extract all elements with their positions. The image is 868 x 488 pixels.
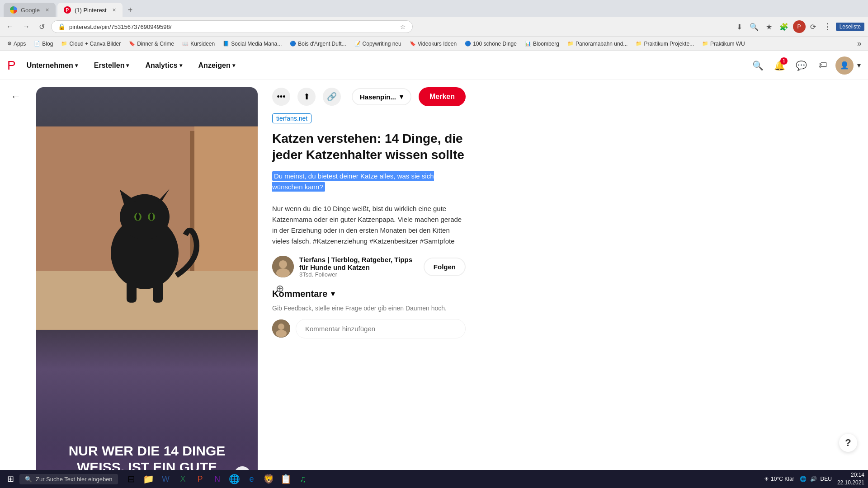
chevron-down-icon: ▾ [179,62,182,69]
url-text: pinterest.de/pin/753156737690949598/ [69,23,396,30]
bookmark-100dinge[interactable]: 🔵 100 schöne Dinge [461,39,520,48]
taskbar-app-spotify[interactable]: ♫ [295,471,311,487]
share-button[interactable]: ⬆ [297,88,316,106]
browser-actions: ⬇ 🔍 ★ 🧩 P ⟳ ⋮ Leseliste [734,20,864,33]
back-navigation-button[interactable]: ← [11,91,21,103]
zoom-icon[interactable]: 🔍 [747,21,761,33]
search-button[interactable]: 🔍 [749,56,767,75]
cat-image [36,87,258,369]
bookmark-praktikumwu[interactable]: 📁 Praktikum WU [698,39,749,48]
reading-list-icon[interactable]: Leseliste [836,23,864,31]
nav-unternehmen[interactable]: Unternehmen ▾ [19,58,85,73]
taskbar-app-powerpoint[interactable]: P [192,471,208,487]
notifications-button[interactable]: 🔔 1 [770,56,788,75]
bookmark-praktikum[interactable]: 📁 Praktikum Projekte... [632,39,698,48]
taskbar-app-brave[interactable]: 🦁 [261,471,277,487]
profile-icon[interactable]: P [793,20,806,33]
apps-bookmark-icon: ⚙ [7,41,12,47]
svg-rect-9 [153,280,163,303]
bookmark-panorama[interactable]: 📁 Panoramabahn und... [564,39,631,48]
google-favicon-icon [10,6,17,14]
lock-icon: 🔒 [58,23,66,30]
bookmark-blog-label: Blog [42,41,53,47]
extensions-icon[interactable]: 🧩 [777,21,791,33]
pinterest-logo-icon[interactable]: P [7,58,16,73]
tab-google-label: Google [21,7,40,14]
start-button[interactable]: ⊞ [4,472,18,486]
sync-icon[interactable]: ⟳ [807,21,819,33]
tab-pinterest-close[interactable]: ✕ [112,7,116,13]
weather-text: 10°C Klar [771,476,794,482]
taskbar-app-clipboard[interactable]: 📋 [278,471,294,487]
blog-bookmark-icon: 📄 [34,41,40,47]
bookmark-dinner[interactable]: 🔖 Dinner & Crime [125,39,178,48]
reload-button[interactable]: ↺ [36,21,47,33]
nav-anzeigen[interactable]: Anzeigen ▾ [191,58,242,73]
bookmark-dinner-label: Dinner & Crime [137,41,174,47]
taskbar-app-edge[interactable]: e [244,471,260,487]
board-selector[interactable]: Hasenpin... ▾ [352,88,411,105]
commenter-avatar [272,319,290,338]
bookmark-bloomberg[interactable]: 📊 Bloomberg [521,39,563,48]
bookmark-social-label: Social Media Mana... [231,41,282,47]
download-icon[interactable]: ⬇ [734,21,745,33]
more-options-button[interactable]: ▾ [857,61,861,70]
author-name: Tierfans | Tierblog, Ratgeber, Tipps für… [299,256,418,271]
bookmark-100dinge-label: 100 schöne Dinge [473,41,517,47]
taskbar-search[interactable]: 🔍 Zur Suche Text hier eingeben [19,474,118,484]
pinterest-navbar: P Unternehmen ▾ Erstellen ▾ Analytics ▾ … [0,51,868,80]
updates-button[interactable]: 🏷 [814,56,832,75]
taskbar: ⊞ 🔍 Zur Suche Text hier eingeben ⊟ 📁 W X… [0,470,868,488]
bookmark-apps[interactable]: ⚙ Apps [4,39,29,48]
bookmark-copywriting[interactable]: 📝 Copywriting neu [351,39,405,48]
bookmark-icon[interactable]: ★ [763,21,775,33]
forward-button[interactable]: → [20,21,33,33]
settings-icon[interactable]: ⋮ [821,20,834,33]
taskbar-app-explorer[interactable]: 📁 [141,471,157,487]
taskbar-app-excel[interactable]: X [175,471,191,487]
messages-button[interactable]: 💬 [792,56,810,75]
taskbar-app-onenote[interactable]: N [209,471,226,487]
taskbar-time-text: 20:14 [837,471,864,479]
url-bar[interactable]: 🔒 pinterest.de/pin/753156737690949598/ ☆ [51,20,413,33]
tab-google[interactable]: Google ✕ [4,3,56,17]
bookmark-bois[interactable]: 🔵 Bois d'Argent Duft... [286,39,349,48]
more-actions-button[interactable]: ••• [272,88,290,106]
volume-icon[interactable]: 🔊 [810,476,817,482]
back-button[interactable]: ← [4,21,16,33]
help-button[interactable]: ? [839,434,857,452]
taskbar-search-icon: 🔍 [25,476,32,483]
taskbar-app-word[interactable]: W [158,471,174,487]
network-icon[interactable]: 🌐 [800,476,807,482]
bookmarks-more-button[interactable]: » [854,38,864,49]
bookmark-panorama-label: Panoramabahn und... [576,41,627,47]
source-link[interactable]: tierfans.net [272,113,311,123]
comment-input[interactable] [296,319,466,338]
bookmark-blog[interactable]: 📄 Blog [30,39,57,48]
bookmark-social[interactable]: 📘 Social Media Mana... [219,39,285,48]
bookmark-canva-label: Cloud + Canva Bilder [69,41,121,47]
bookmark-kursideen[interactable]: 📖 Kursideen [179,39,218,48]
zoom-expand-icon[interactable]: ⊕ [276,283,868,295]
save-button[interactable]: Merken [419,87,466,106]
taskbar-app-chrome[interactable]: 🌐 [226,471,243,487]
social-bookmark-icon: 📘 [223,41,229,47]
tab-google-close[interactable]: ✕ [45,7,49,13]
bookmark-apps-label: Apps [14,41,26,47]
svg-rect-8 [127,280,137,303]
nav-erstellen[interactable]: Erstellen ▾ [87,58,137,73]
praktikum-bookmark-icon: 📁 [636,41,642,47]
100dinge-bookmark-icon: 🔵 [465,41,471,47]
videokurs-bookmark-icon: 🔖 [410,41,416,47]
new-tab-button[interactable]: + [124,4,137,17]
tab-pinterest[interactable]: P (1) Pinterest ✕ [57,3,123,17]
taskbar-app-taskview[interactable]: ⊟ [123,471,140,487]
follow-button[interactable]: Folgen [424,258,466,276]
nav-analytics[interactable]: Analytics ▾ [138,58,189,73]
chevron-down-icon: ▾ [126,62,129,69]
user-avatar[interactable]: 👤 [835,56,854,75]
bookmark-star-icon[interactable]: ☆ [400,23,406,30]
bookmark-canva[interactable]: 📁 Cloud + Canva Bilder [57,39,124,48]
bookmark-videokurs[interactable]: 🔖 Videokurs Ideen [406,39,461,48]
link-button[interactable]: 🔗 [323,88,341,106]
